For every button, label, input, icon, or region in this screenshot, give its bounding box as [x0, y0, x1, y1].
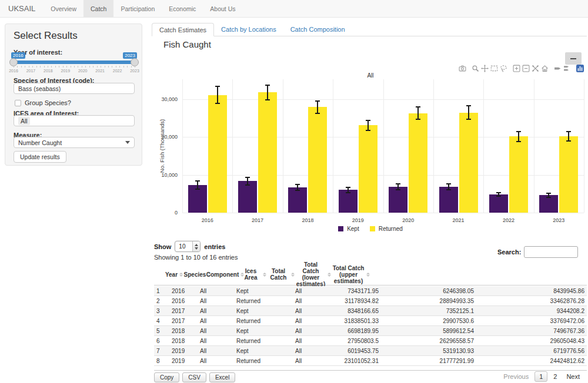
header-label: Ices Area	[240, 268, 261, 281]
tab-catch-by-locations[interactable]: Catch by Locations	[214, 23, 283, 36]
table-cell: 9344208.2	[476, 308, 587, 314]
column-header-year[interactable]: Year	[163, 264, 185, 285]
search-input[interactable]	[524, 246, 578, 258]
tab-catch-composition[interactable]: Catch Composition	[283, 23, 352, 36]
tab-catch-estimates[interactable]: Catch Estimates	[152, 23, 214, 36]
species-input[interactable]: Bass (seabass)	[14, 83, 135, 94]
collapse-box-button[interactable]	[565, 52, 582, 65]
column-header-ices-area[interactable]: Ices Area	[240, 264, 267, 285]
table-cell: 6698189.95	[328, 328, 381, 334]
table-cell: 33462876.28	[476, 298, 587, 304]
table-cell: Returned	[234, 338, 293, 344]
table-row: 12016AllKeptAll7343171.956246398.0584399…	[154, 286, 587, 296]
error-bar-cap	[366, 130, 370, 131]
bar-returned-2018[interactable]	[308, 107, 327, 213]
slider-tick	[48, 66, 48, 68]
tabbar: Catch EstimatesCatch by LocationsCatch C…	[152, 23, 587, 36]
table-cell: 2017	[169, 308, 198, 314]
slider-handle-to[interactable]	[131, 58, 139, 66]
error-bar	[568, 132, 569, 140]
bar-returned-2016[interactable]	[208, 95, 227, 213]
bar-kept-2019[interactable]	[339, 190, 358, 213]
pagination-page-1[interactable]: 1	[534, 371, 547, 382]
bar-returned-2020[interactable]	[409, 113, 427, 213]
table-cell: Returned	[234, 358, 293, 364]
y-tick-label: 10,000	[154, 172, 178, 178]
slider-tick	[59, 66, 59, 68]
slider-tick	[127, 66, 128, 68]
x-tick-label: 2020	[402, 217, 414, 223]
excel-button[interactable]: Excel	[209, 372, 235, 382]
bar-kept-2018[interactable]	[288, 187, 307, 213]
group-species-checkbox[interactable]	[15, 100, 21, 106]
column-header-total-catch-upper-estimates-[interactable]: Total Catch (upper estimates)	[332, 264, 370, 285]
bar-kept-2022[interactable]	[489, 194, 508, 213]
pagination-previous[interactable]: Previous	[500, 372, 532, 381]
bar-returned-2021[interactable]	[459, 113, 478, 213]
table-cell: 6719776.56	[476, 348, 587, 354]
table-cell: All	[198, 338, 234, 344]
bar-kept-2017[interactable]	[238, 181, 257, 213]
bar-kept-2020[interactable]	[389, 187, 407, 213]
entries-select[interactable]: 10	[175, 241, 201, 252]
table-cell: All	[198, 318, 234, 324]
table-cell: 8348166.65	[328, 308, 381, 314]
error-bar-cap	[546, 197, 551, 198]
table-cell: 1	[154, 288, 169, 294]
column-header-total-catch[interactable]: Total Catch	[267, 264, 295, 285]
panel-title: Select Results	[14, 30, 78, 42]
nav-item-participation[interactable]: Participation	[113, 0, 162, 17]
table-cell: 3	[154, 308, 169, 314]
bar-returned-2019[interactable]	[359, 125, 377, 213]
slider-tick	[71, 66, 71, 68]
table-cell: All	[198, 328, 234, 334]
year-range-slider[interactable]: 2016 2023 201620172018201920202021202220…	[14, 52, 135, 75]
column-header-component[interactable]: Component	[211, 264, 240, 285]
pagination: Previous12Next	[500, 371, 583, 382]
error-bar-cap	[416, 106, 420, 107]
table-cell: All	[293, 338, 328, 344]
slider-tick	[17, 66, 18, 68]
legend-item-kept[interactable]: Kept	[338, 226, 359, 232]
table-cell: 8439945.86	[476, 288, 587, 294]
table-cell: 8	[154, 358, 169, 364]
slider-handle-from[interactable]	[9, 58, 18, 66]
nav-item-overview[interactable]: Overview	[44, 0, 83, 17]
pagination-page-2[interactable]: 2	[550, 372, 560, 381]
error-bar-cap	[346, 192, 350, 193]
slider-tick	[108, 66, 109, 68]
update-results-button[interactable]: Update results	[14, 151, 66, 163]
slider-tick	[40, 66, 41, 68]
nav-item-about-us[interactable]: About Us	[203, 0, 242, 17]
csv-button[interactable]: CSV	[182, 372, 206, 382]
bar-returned-2023[interactable]	[559, 136, 578, 213]
slider-tick-label: 2023	[130, 69, 139, 73]
table-cell: 2018	[169, 328, 198, 334]
bar-returned-2022[interactable]	[509, 136, 528, 213]
pagination-next[interactable]: Next	[563, 372, 583, 381]
table-cell: 24424812.62	[476, 358, 587, 364]
copy-button[interactable]: Copy	[154, 372, 179, 382]
slider-tick	[131, 66, 132, 68]
navbar-items: OverviewCatchParticipationEconomicAbout …	[44, 0, 242, 17]
table-cell: 29605048.43	[476, 338, 587, 344]
slider-tick	[135, 66, 135, 68]
nav-item-catch[interactable]: Catch	[83, 0, 113, 17]
column-header-total-catch-lower-estimates-[interactable]: Total Catch (lower estimates)	[295, 264, 332, 285]
error-bar-cap	[295, 184, 300, 185]
table-cell: 2019	[169, 348, 198, 354]
table-cell: 5899612.54	[381, 328, 476, 334]
bar-returned-2017[interactable]	[258, 92, 277, 213]
measure-select[interactable]: Number Caught	[14, 137, 135, 148]
page-title: Fish Caught	[163, 39, 211, 49]
select-results-panel: Select Results Year of interest: 2016 20…	[5, 23, 142, 166]
table-cell: 27950803.5	[328, 338, 381, 344]
bar-kept-2021[interactable]	[439, 187, 458, 213]
ices-input[interactable]: All	[14, 115, 135, 126]
error-bar	[417, 107, 419, 119]
legend-item-returned[interactable]: Returned	[370, 226, 403, 232]
slider-track[interactable]	[14, 61, 135, 64]
slider-tick	[44, 66, 45, 68]
slider-tick	[89, 66, 90, 68]
nav-item-economic[interactable]: Economic	[162, 0, 203, 17]
